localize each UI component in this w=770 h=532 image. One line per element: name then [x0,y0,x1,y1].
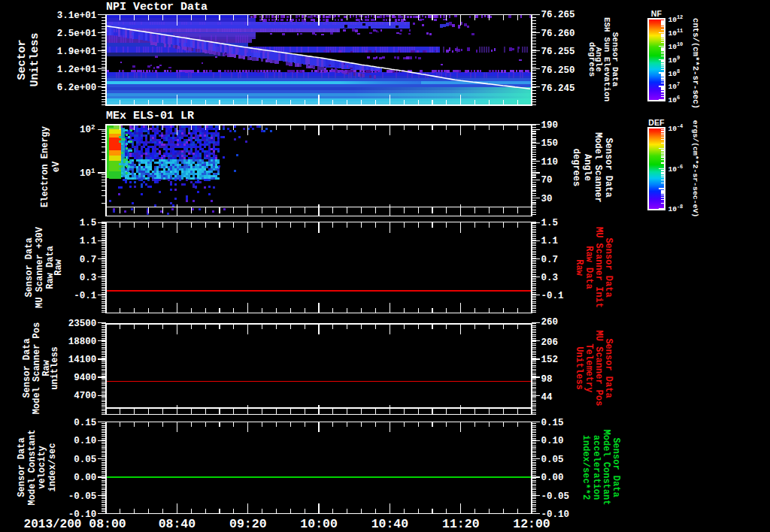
svg-text:2.5e+01: 2.5e+01 [57,29,97,39]
svg-text:10:40: 10:40 [371,517,409,531]
svg-text:0.05: 0.05 [74,455,96,465]
svg-text:-0.05: -0.05 [68,491,97,502]
svg-text:1.5: 1.5 [541,218,559,228]
svg-text:1.2e+01: 1.2e+01 [57,65,97,75]
svg-text:acceleration: acceleration [591,435,602,500]
svg-text:1.1: 1.1 [80,236,97,246]
svg-text:6.2e+00: 6.2e+00 [57,83,97,93]
svg-text:Model Scanner: Model Scanner [593,132,603,203]
svg-text:Angle: Angle [582,154,593,181]
svg-text:0.3: 0.3 [541,273,559,283]
svg-text:0.15: 0.15 [541,418,564,428]
svg-text:MU Scanner +30V: MU Scanner +30V [35,226,45,308]
svg-text:0.00: 0.00 [74,473,96,483]
svg-text:degrees: degrees [571,149,581,186]
svg-text:0.00: 0.00 [541,473,564,483]
svg-text:MU Scanner Pos: MU Scanner Pos [593,331,604,407]
svg-text:11:20: 11:20 [442,517,480,531]
svg-text:Sensor Data: Sensor Data [611,437,621,497]
svg-text:unitless: unitless [50,346,60,390]
svg-text:Sensor Data: Sensor Data [603,237,614,297]
svg-text:0.3: 0.3 [80,273,97,283]
svg-text:index/sec: index/sec [47,443,58,492]
svg-text:MU Scanner Init: MU Scanner Init [593,227,604,308]
svg-text:76.260: 76.260 [541,29,575,39]
svg-text:76.250: 76.250 [541,65,575,76]
svg-text:DEF: DEF [648,118,665,127]
svg-text:velocity: velocity [37,446,47,489]
svg-text:260: 260 [541,317,559,328]
svg-text:1.5: 1.5 [80,218,97,228]
svg-text:cnts/(cm**2-sr-sec): cnts/(cm**2-sr-sec) [691,18,700,109]
svg-text:-0.1: -0.1 [541,291,564,301]
svg-text:1.1: 1.1 [541,236,559,246]
svg-text:NF: NF [651,9,662,18]
svg-text:0.7: 0.7 [80,255,97,265]
svg-text:index/sec**2: index/sec**2 [581,435,591,500]
svg-text:23500: 23500 [68,319,97,329]
svg-text:Sensor Data: Sensor Data [17,437,27,497]
svg-text:10:00: 10:00 [300,517,338,531]
svg-text:Sensor Data: Sensor Data [22,338,32,397]
svg-text:0.10: 0.10 [541,436,564,446]
svg-text:-0.05: -0.05 [541,491,570,502]
svg-text:18800: 18800 [68,337,97,347]
svg-text:76.265: 76.265 [541,10,575,20]
svg-text:76.245: 76.245 [541,83,575,94]
svg-text:98: 98 [541,374,553,385]
svg-text:12:00: 12:00 [513,517,550,531]
svg-text:Raw: Raw [53,258,64,275]
svg-text:08:40: 08:40 [159,517,196,531]
svg-text:Unitless: Unitless [29,32,41,86]
svg-text:Model Constant: Model Constant [601,430,611,506]
svg-text:Sensor Data: Sensor Data [24,237,35,297]
svg-text:Model Constant: Model Constant [27,430,38,506]
svg-text:1.9e+01: 1.9e+01 [57,47,97,57]
svg-text:ergs/(cm**2-sr-sec-eV): ergs/(cm**2-sr-sec-eV) [691,120,699,217]
svg-text:Sector: Sector [16,39,29,80]
svg-text:76.255: 76.255 [541,47,575,57]
svg-text:Sensor Data: Sensor Data [603,338,614,397]
svg-text:0.15: 0.15 [74,418,96,428]
svg-text:Sensor Data: Sensor Data [603,138,614,197]
svg-text:Electron Energy: Electron Energy [40,126,50,207]
svg-text:110: 110 [541,157,559,168]
svg-text:08:00: 08:00 [89,517,126,531]
svg-text:eV: eV [51,161,62,172]
svg-text:0.10: 0.10 [74,436,96,446]
svg-text:190: 190 [541,120,559,131]
svg-text:44: 44 [541,392,553,403]
svg-text:Unitless: Unitless [574,346,584,390]
svg-text:206: 206 [541,337,559,348]
svg-text:9400: 9400 [74,373,96,383]
svg-text:3.1e+01: 3.1e+01 [57,11,97,21]
svg-text:0.7: 0.7 [541,255,559,265]
svg-text:30: 30 [541,194,553,204]
svg-text:150: 150 [541,138,559,149]
svg-text:degrees: degrees [587,42,596,77]
svg-text:MEx ELS-01 LR: MEx ELS-01 LR [106,110,194,122]
svg-text:70: 70 [541,175,553,186]
svg-text:09:20: 09:20 [229,517,267,531]
svg-text:0.05: 0.05 [541,455,564,465]
svg-text:4700: 4700 [74,391,96,401]
svg-text:152: 152 [541,355,559,365]
svg-text:NPI Vector Data: NPI Vector Data [106,1,208,14]
svg-text:Raw: Raw [574,259,584,276]
svg-text:-0.1: -0.1 [74,291,96,301]
svg-text:14100: 14100 [68,355,97,365]
svg-text:2013/200: 2013/200 [24,518,82,531]
svg-text:Sensor Data: Sensor Data [611,32,620,87]
